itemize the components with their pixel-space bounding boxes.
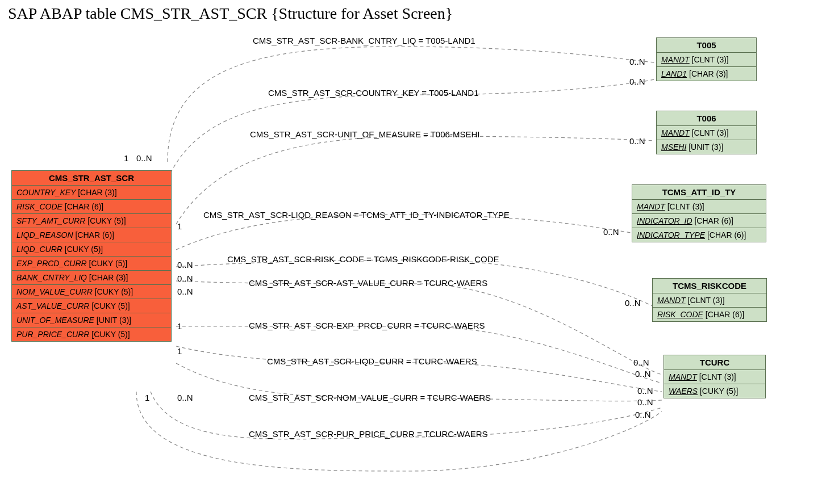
- cardinality: 0..N: [136, 153, 152, 163]
- rel-label: CMS_STR_AST_SCR-RISK_CODE = TCMS_RISKCOD…: [227, 254, 499, 264]
- field-row: WAERS [CUKY (5)]: [664, 384, 765, 398]
- cardinality: 0..N: [629, 136, 645, 146]
- cardinality: 0..N: [603, 227, 619, 237]
- rel-label: CMS_STR_AST_SCR-BANK_CNTRY_LIQ = T005-LA…: [253, 36, 475, 45]
- field-row: BANK_CNTRY_LIQ [CHAR (3)]: [12, 271, 171, 285]
- field-row: RISK_CODE [CHAR (6)]: [653, 308, 766, 321]
- rel-label: CMS_STR_AST_SCR-LIQD_REASON = TCMS_ATT_I…: [203, 210, 510, 220]
- cardinality: 1: [177, 346, 182, 356]
- field-row: INDICATOR_ID [CHAR (6)]: [632, 214, 766, 228]
- cardinality: 0..N: [177, 260, 193, 270]
- diagram-title: SAP ABAP table CMS_STR_AST_SCR {Structur…: [8, 5, 453, 23]
- cardinality: 0..N: [177, 393, 193, 402]
- field-row: MANDT [CLNT (3)]: [653, 293, 766, 308]
- entity-header: TCMS_ATT_ID_TY: [632, 185, 766, 200]
- cardinality: 0..N: [635, 369, 651, 379]
- field-row: NOM_VALUE_CURR [CUKY (5)]: [12, 285, 171, 299]
- field-row: PUR_PRICE_CURR [CUKY (5)]: [12, 327, 171, 341]
- cardinality: 0..N: [177, 287, 193, 296]
- entity-cms-str-ast-scr: CMS_STR_AST_SCR COUNTRY_KEY [CHAR (3)] R…: [11, 170, 172, 342]
- field-row: MSEHI [UNIT (3)]: [657, 140, 756, 154]
- field-row: UNIT_OF_MEASURE [UNIT (3)]: [12, 313, 171, 327]
- field-row: COUNTRY_KEY [CHAR (3)]: [12, 186, 171, 200]
- cardinality: 0..N: [637, 386, 653, 396]
- entity-header: TCURC: [664, 355, 765, 370]
- rel-label: CMS_STR_AST_SCR-NOM_VALUE_CURR = TCURC-W…: [249, 393, 491, 402]
- rel-label: CMS_STR_AST_SCR-EXP_PRCD_CURR = TCURC-WA…: [249, 321, 485, 330]
- entity-header: TCMS_RISKCODE: [653, 279, 766, 293]
- rel-label: CMS_STR_AST_SCR-PUR_PRICE_CURR = TCURC-W…: [249, 429, 487, 439]
- rel-label: CMS_STR_AST_SCR-LIQD_CURR = TCURC-WAERS: [267, 356, 477, 366]
- rel-label: CMS_STR_AST_SCR-COUNTRY_KEY = T005-LAND1: [268, 88, 479, 98]
- rel-label: CMS_STR_AST_SCR-AST_VALUE_CURR = TCURC-W…: [249, 278, 487, 288]
- entity-tcurc: TCURC MANDT [CLNT (3)] WAERS [CUKY (5)]: [664, 355, 766, 398]
- field-row: MANDT [CLNT (3)]: [657, 126, 756, 140]
- field-row: LIQD_REASON [CHAR (6)]: [12, 228, 171, 242]
- field-row: RISK_CODE [CHAR (6)]: [12, 200, 171, 214]
- field-row: MANDT [CLNT (3)]: [664, 370, 765, 384]
- field-row: SFTY_AMT_CURR [CUKY (5)]: [12, 214, 171, 228]
- field-row: LIQD_CURR [CUKY (5)]: [12, 242, 171, 257]
- cardinality: 0..N: [635, 410, 651, 419]
- entity-t005: T005 MANDT [CLNT (3)] LAND1 [CHAR (3)]: [656, 37, 757, 81]
- entity-header: T005: [657, 38, 756, 53]
- cardinality: 0..N: [637, 397, 653, 407]
- cardinality: 0..N: [629, 57, 645, 66]
- field-row: AST_VALUE_CURR [CUKY (5)]: [12, 299, 171, 313]
- field-row: MANDT [CLNT (3)]: [632, 200, 766, 214]
- field-row: LAND1 [CHAR (3)]: [657, 67, 756, 81]
- cardinality: 1: [145, 393, 149, 402]
- entity-t006: T006 MANDT [CLNT (3)] MSEHI [UNIT (3)]: [656, 111, 757, 154]
- cardinality: 0..N: [629, 77, 645, 86]
- entity-tcms-att-id-ty: TCMS_ATT_ID_TY MANDT [CLNT (3)] INDICATO…: [632, 184, 766, 242]
- cardinality: 1: [177, 321, 182, 331]
- field-row: MANDT [CLNT (3)]: [657, 53, 756, 67]
- cardinality: 0..N: [633, 358, 649, 367]
- rel-label: CMS_STR_AST_SCR-UNIT_OF_MEASURE = T006-M…: [250, 129, 479, 139]
- field-row: EXP_PRCD_CURR [CUKY (5)]: [12, 257, 171, 271]
- field-row: INDICATOR_TYPE [CHAR (6)]: [632, 228, 766, 242]
- entity-tcms-riskcode: TCMS_RISKCODE MANDT [CLNT (3)] RISK_CODE…: [652, 278, 767, 322]
- entity-header: CMS_STR_AST_SCR: [12, 171, 171, 186]
- cardinality: 1: [177, 221, 182, 231]
- cardinality: 0..N: [177, 274, 193, 283]
- entity-header: T006: [657, 111, 756, 126]
- cardinality: 1: [124, 153, 128, 163]
- cardinality: 0..N: [625, 298, 641, 308]
